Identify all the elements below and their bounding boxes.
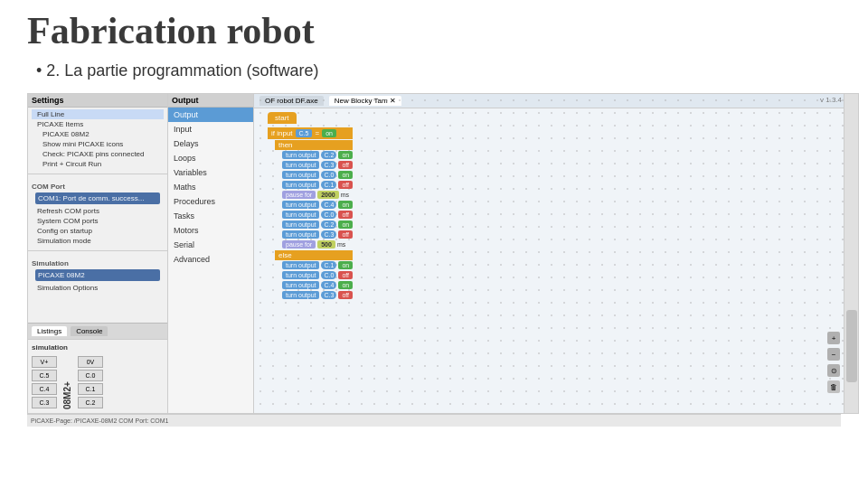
block-variables[interactable]: Variables	[168, 165, 253, 180]
com-select[interactable]: COM1: Port de comm. success...	[35, 192, 160, 204]
else-turnout-4: turn output	[282, 291, 319, 299]
panel-item-show-mini[interactable]: Show mini PICAXE icons	[37, 139, 164, 149]
state-1: on	[338, 151, 353, 159]
turnout-row-2: turn output C.3 off	[282, 161, 353, 169]
pin-5: C.4	[321, 201, 336, 209]
panel-item-picaxe-08m2[interactable]: PICAXE 08M2	[37, 129, 164, 139]
sim-select[interactable]: PICAXE 08M2	[35, 269, 160, 281]
blocks-header: Output	[168, 94, 253, 108]
page-subtitle: 2. La partie programmation (software)	[27, 61, 841, 80]
turnout-label-8: turn output	[282, 230, 319, 239]
block-delays[interactable]: Delays	[168, 136, 253, 151]
else-state-1: on	[338, 261, 353, 269]
zoom-reset-button[interactable]: ⊙	[827, 364, 840, 377]
pause-val-2: 500	[317, 240, 335, 249]
else-block: else	[275, 250, 353, 260]
page-title: Fabrication robot	[27, 9, 841, 52]
turnout-row-8: turn output C.3 off	[282, 230, 353, 239]
com-item-system[interactable]: System COM ports	[32, 216, 164, 226]
sim-vplus: V+	[32, 356, 57, 368]
state-8: off	[338, 230, 353, 239]
block-motors[interactable]: Motors	[168, 223, 253, 238]
else-pin-3: C.4	[321, 281, 336, 289]
code-blocks-area: start if input C.5 = on then turn output…	[268, 108, 353, 300]
turnout-label-2: turn output	[282, 161, 319, 169]
turnout-label-7: turn output	[282, 221, 319, 229]
pause-val-1: 2000	[317, 191, 339, 199]
screenshot-mockup: Settings Full Line PICAXE Items PICAXE 0…	[27, 93, 859, 414]
delete-button[interactable]: 🗑	[827, 380, 840, 393]
simulation-diagram: V+ C.5 C.4 C.3 08M2+ 0V C.0 C.1 C.2	[32, 355, 164, 409]
else-turnout-1: turn output	[282, 261, 319, 269]
else-pin-4: C.3	[321, 291, 336, 299]
block-advanced[interactable]: Advanced	[168, 252, 253, 267]
else-pin-1: C.1	[321, 261, 336, 269]
state-7: on	[338, 221, 353, 229]
panel-item-check[interactable]: Check: PICAXE pins connected	[37, 149, 164, 159]
block-serial[interactable]: Serial	[168, 238, 253, 252]
tab-console[interactable]: Console	[71, 326, 108, 336]
settings-header: Settings	[28, 94, 167, 108]
version-tag: v 1.3.4	[820, 96, 842, 104]
pause-row-2: pause for 500 ms	[282, 240, 353, 249]
sim-col-right: 0V C.0 C.1 C.2	[78, 356, 103, 408]
else-state-2: off	[338, 271, 353, 279]
sim-center-label: 08M2+	[62, 355, 72, 409]
panel-item-picaxe-items[interactable]: PICAXE Items	[32, 119, 164, 129]
tab-listings[interactable]: Listings	[32, 326, 67, 336]
else-row-4: turn output C.3 off	[282, 291, 353, 299]
state-2: off	[338, 161, 353, 169]
block-loops[interactable]: Loops	[168, 151, 253, 165]
sim-c4: C.4	[32, 383, 57, 395]
com-section-title: COM Port	[32, 183, 164, 191]
zoom-minus-button[interactable]: −	[827, 348, 840, 361]
block-procedures[interactable]: Procedures	[168, 194, 253, 209]
pin-1: C.2	[321, 151, 336, 159]
state-6: off	[338, 211, 353, 219]
else-pin-2: C.0	[321, 271, 336, 279]
sim-c3: C.3	[32, 397, 57, 408]
input-pin: C.5	[296, 129, 313, 137]
blocks-panel: Output Output Input Delays Loops Variabl…	[168, 94, 254, 413]
sim-c5: C.5	[32, 370, 57, 381]
sim-section-title: Simulation	[32, 259, 164, 267]
scrollbar-thumb[interactable]	[846, 310, 857, 382]
sim-col-left: V+ C.5 C.4 C.3	[32, 356, 57, 408]
block-output[interactable]: Output	[168, 108, 253, 122]
com-item-sim[interactable]: Simulation mode	[32, 236, 164, 246]
turnout-row-1: turn output C.2 on	[282, 151, 353, 159]
turnout-label-1: turn output	[282, 151, 319, 159]
turnout-label-5: turn output	[282, 201, 319, 209]
else-state-4: off	[338, 291, 353, 299]
simulation-panel: simulation V+ C.5 C.4 C.3 08M2+ 0V C.0 C	[28, 339, 167, 413]
main-editor: OF robot DF.axe New Blocky Tam ✕ v 1.3.4…	[254, 94, 844, 413]
then-block: then	[275, 140, 353, 150]
pin-8: C.3	[321, 230, 336, 239]
sim-0v: 0V	[78, 356, 103, 368]
panel-item-fullline[interactable]: Full Line	[32, 109, 164, 119]
turnout-label-4: turn output	[282, 181, 319, 189]
eq-label: =	[315, 129, 319, 137]
bottom-tabs-bar: Listings Console	[28, 323, 167, 339]
if-block: if input C.5 = on	[268, 127, 353, 139]
block-maths[interactable]: Maths	[168, 180, 253, 194]
sim-c2: C.2	[78, 397, 103, 408]
com-item-config[interactable]: Config on startup	[32, 226, 164, 236]
pause-row-1: pause for 2000 ms	[282, 191, 353, 199]
turnout-label-3: turn output	[282, 171, 319, 179]
panel-item-print[interactable]: Print + Circuit Run	[37, 159, 164, 169]
pause-label-1: pause for	[282, 191, 316, 199]
zoom-controls: + − ⊙ 🗑	[827, 332, 840, 395]
pin-7: C.2	[321, 221, 336, 229]
block-input[interactable]: Input	[168, 122, 253, 136]
sim-options[interactable]: Simulation Options	[32, 283, 164, 293]
pin-2: C.3	[321, 161, 336, 169]
turnout-row-3: turn output C.0 on	[282, 171, 353, 179]
block-tasks[interactable]: Tasks	[168, 209, 253, 223]
zoom-plus-button[interactable]: +	[827, 332, 840, 344]
com-item-refresh[interactable]: Refresh COM ports	[32, 206, 164, 216]
right-scrollbar	[844, 94, 858, 413]
pause-unit-1: ms	[341, 192, 349, 198]
sim-c0: C.0	[78, 370, 103, 381]
pin-3: C.0	[321, 171, 336, 179]
